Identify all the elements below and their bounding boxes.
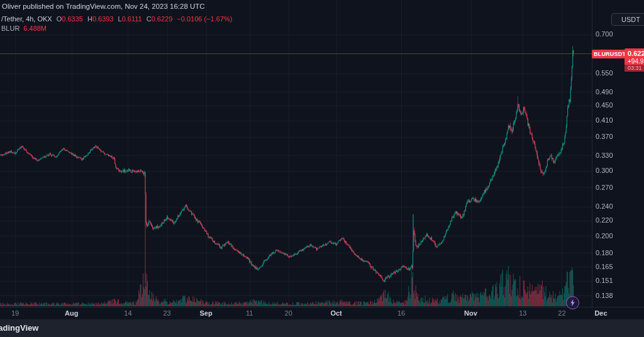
- price-axis-label: 0.490: [596, 88, 613, 96]
- time-axis-label: 22: [558, 309, 565, 317]
- price-axis-label: 0.220: [596, 216, 613, 224]
- high-value: 0.6393: [92, 15, 114, 23]
- time-axis[interactable]: 19Aug1423Sep1120Oct16Nov1322Dec: [0, 307, 644, 319]
- time-axis-label: Oct: [330, 309, 341, 317]
- price-axis-label: 0.240: [596, 202, 613, 210]
- price-axis-label: 0.700: [596, 30, 613, 38]
- volume-info-line[interactable]: BLUR6.488M: [1, 25, 47, 32]
- close-value: 0.6229: [152, 15, 173, 23]
- symbol-name: /Tether, 4h, OKX: [1, 15, 52, 23]
- time-axis-label: Sep: [200, 309, 213, 317]
- open-value: 0.6335: [62, 15, 83, 23]
- open-label: O: [57, 15, 62, 23]
- badge-price: 0.6229: [625, 48, 644, 58]
- time-axis-label: Aug: [65, 309, 78, 317]
- badge-change-percent: +94.9: [625, 58, 644, 65]
- price-axis-label: 0.300: [596, 167, 613, 174]
- low-value: 0.6111: [122, 15, 142, 23]
- price-axis-label: 0.330: [596, 152, 613, 159]
- symbol-price-tag: BLURUSDT: [592, 50, 628, 58]
- time-axis-label: 13: [519, 309, 526, 317]
- tradingview-logo[interactable]: TradingView: [0, 323, 38, 333]
- time-axis-label: Dec: [594, 309, 607, 317]
- lightning-bolt-icon: [569, 299, 577, 307]
- time-axis-label: 11: [246, 309, 253, 317]
- time-axis-label: 16: [397, 309, 405, 317]
- price-axis-label: 0.165: [596, 263, 613, 270]
- candlestick-chart-canvas[interactable]: [0, 0, 644, 319]
- price-axis-label: 0.138: [596, 292, 613, 299]
- price-axis-label: 0.370: [596, 133, 613, 140]
- publish-attribution: Oliver published on TradingView.com, Nov…: [2, 3, 205, 10]
- change-value: −0.0106 (−1.67%): [177, 15, 232, 23]
- price-axis-label: 0.450: [596, 101, 613, 109]
- time-axis-label: 14: [124, 309, 131, 317]
- price-axis-label: 0.200: [596, 232, 613, 240]
- price-axis-label: 0.410: [596, 116, 613, 124]
- high-label: H: [87, 15, 92, 23]
- price-axis-label: 0.180: [596, 249, 613, 257]
- time-axis-label: Nov: [464, 309, 477, 317]
- boost-button[interactable]: [566, 296, 579, 309]
- price-axis-label: 0.151: [596, 277, 613, 284]
- time-axis-label: 23: [163, 309, 170, 317]
- tradingview-published-chart: Oliver published on TradingView.com, Nov…: [0, 0, 644, 337]
- badge-bar-countdown: 03:31: [625, 65, 644, 72]
- time-axis-label: 20: [285, 309, 292, 317]
- price-axis-label: 0.550: [596, 69, 613, 77]
- price-axis-label: 0.270: [596, 184, 613, 191]
- currency-toggle-button[interactable]: USDT: [611, 13, 644, 26]
- time-axis-label: 19: [11, 309, 19, 317]
- footer-bar: TradingView: [0, 319, 644, 337]
- current-price-badge: 0.6229 +94.9 03:31: [625, 48, 644, 72]
- current-price-line: [0, 53, 592, 54]
- close-label: C: [147, 15, 152, 23]
- volume-label: BLUR: [1, 25, 19, 32]
- symbol-info-line[interactable]: /Tether, 4h, OKXO0.6335H0.6393L0.6111C0.…: [1, 15, 232, 23]
- volume-value: 6.488M: [23, 25, 47, 32]
- price-axis[interactable]: 0.7000.5500.4900.4500.4100.3700.3300.300…: [592, 0, 644, 307]
